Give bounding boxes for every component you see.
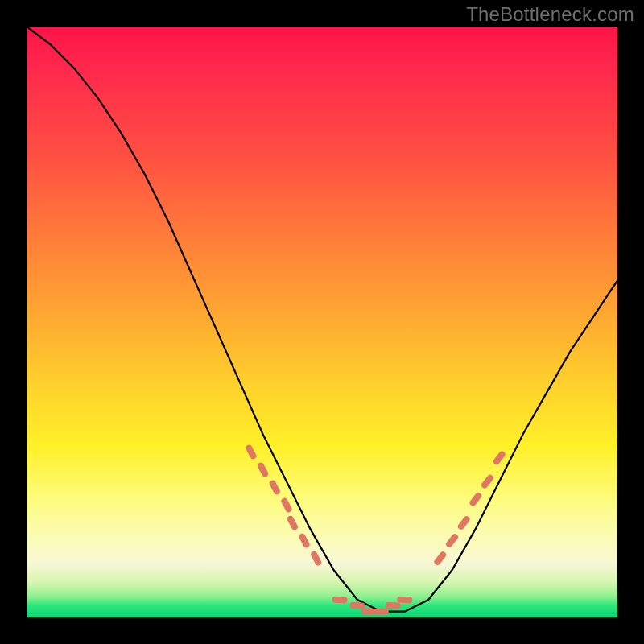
curve-marker	[461, 519, 467, 526]
curve-marker	[273, 484, 277, 492]
marker-layer	[249, 448, 502, 612]
curve-marker	[249, 448, 253, 456]
curve-marker	[449, 537, 455, 544]
watermark-text: TheBottleneck.com	[466, 3, 634, 26]
curve-marker	[485, 478, 490, 485]
bottleneck-curve	[27, 27, 617, 612]
curve-marker	[261, 466, 265, 474]
bottleneck-curve-svg	[27, 27, 617, 617]
curve-group	[27, 27, 617, 612]
curve-marker	[284, 502, 288, 510]
curve-marker	[302, 537, 306, 545]
curve-marker	[437, 555, 443, 562]
curve-marker	[473, 496, 479, 503]
chart-frame: TheBottleneck.com	[0, 0, 644, 644]
plot-area	[27, 27, 617, 617]
curve-marker	[291, 519, 295, 527]
curve-marker	[497, 455, 502, 462]
curve-marker	[314, 555, 318, 563]
